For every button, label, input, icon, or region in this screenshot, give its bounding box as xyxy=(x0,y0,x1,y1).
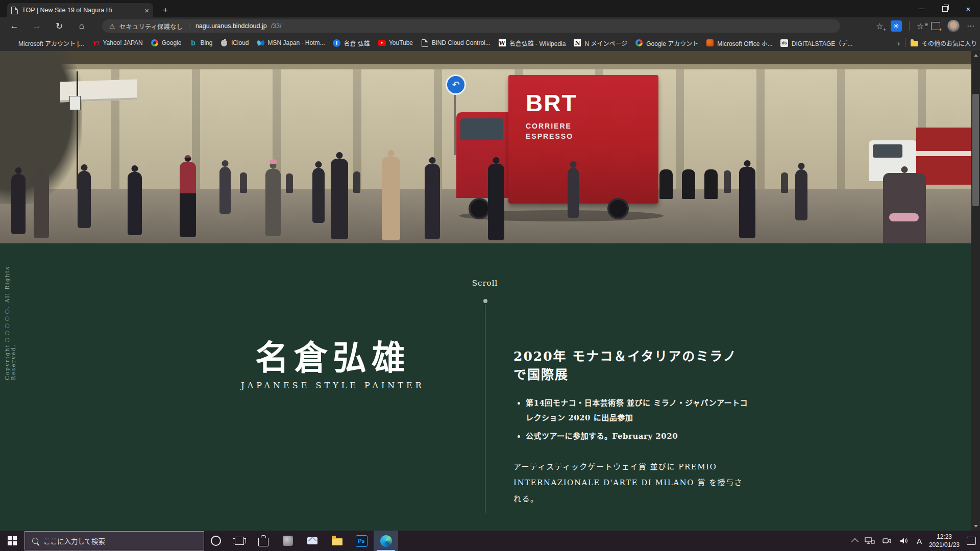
minimize-button[interactable] xyxy=(910,0,933,17)
bookmark-msn-japan[interactable]: MSN Japan - Hotm... xyxy=(257,39,325,47)
forward-button[interactable]: → xyxy=(30,19,44,33)
bollard xyxy=(704,169,718,199)
person-figure xyxy=(488,164,504,240)
start-button[interactable] xyxy=(0,531,24,551)
bookmark-google-account[interactable]: Google アカウント xyxy=(635,39,698,47)
tray-expand-icon[interactable] xyxy=(851,538,859,545)
person-figure xyxy=(568,168,579,218)
ime-indicator[interactable]: A xyxy=(917,537,922,545)
profile-avatar[interactable] xyxy=(947,20,960,32)
bookmark-google[interactable]: Google xyxy=(151,39,182,47)
bookmark-microsoft-office[interactable]: Microsoft Office ホ... xyxy=(706,39,772,47)
sign-pole xyxy=(454,94,456,155)
van-windshield xyxy=(873,144,902,158)
taskbar-app-generic[interactable] xyxy=(276,531,300,551)
bookmark-bind-cloud[interactable]: BiND Cloud Control... xyxy=(421,39,491,47)
bollard xyxy=(659,169,673,199)
bookmark-label: MSN Japan - Hotm... xyxy=(268,39,325,46)
restore-button[interactable] xyxy=(933,0,957,17)
meet-now-icon[interactable] xyxy=(882,537,892,545)
wikipedia-icon: W xyxy=(499,39,506,46)
network-icon[interactable] xyxy=(865,537,875,545)
bookmark-yahoo-japan[interactable]: Y!Yahoo! JAPAN xyxy=(91,39,142,47)
cortana-button[interactable] xyxy=(204,531,228,551)
scrollbar-up-icon[interactable] xyxy=(971,51,980,60)
volume-icon[interactable] xyxy=(899,537,910,545)
facebook-icon: f xyxy=(333,39,340,47)
file-explorer-icon xyxy=(332,538,342,545)
collections-icon[interactable] xyxy=(931,22,940,30)
tab-close-icon[interactable]: × xyxy=(144,7,149,14)
building-frieze xyxy=(0,51,971,64)
page-scrollbar[interactable] xyxy=(971,51,980,531)
address-bar[interactable]: ⚠ セキュリティ保護なし nagu.uranus.bindcloud.jp/33… xyxy=(102,19,840,33)
photoshop-icon: Ps xyxy=(356,535,368,547)
bookmark-icloud[interactable]: iCloud xyxy=(220,39,249,47)
home-button[interactable]: ⌂ xyxy=(75,19,89,33)
hero-photo: BRT CORRIERE ESPRESSO ↶ xyxy=(0,51,971,243)
new-tab-button[interactable]: + xyxy=(159,4,172,16)
site-logo-title: 名倉弘雄 xyxy=(205,341,460,374)
person-figure xyxy=(353,171,360,193)
person-figure xyxy=(425,164,440,239)
add-favorite-icon[interactable]: ☆ xyxy=(876,21,883,31)
browser-tab[interactable]: TOP | New Site 19 of Nagura Hi × xyxy=(7,3,153,17)
refresh-button[interactable]: ↻ xyxy=(52,19,66,33)
article-bullet-list: 第14回モナコ・日本芸術祭 並びに ミラノ・ジャパンアートコレクション 2020… xyxy=(513,396,748,444)
extension-icon[interactable]: ✳ xyxy=(891,20,902,32)
person-figure xyxy=(312,168,325,223)
action-center-icon[interactable] xyxy=(967,537,976,545)
bookmark-label: 名倉 弘雄 xyxy=(344,39,370,47)
taskbar-app-photoshop[interactable]: Ps xyxy=(349,531,374,551)
truck-logo-text: BRT xyxy=(526,89,577,117)
favorites-bar-icon[interactable]: ☆ xyxy=(917,21,924,31)
scrollbar-down-icon[interactable] xyxy=(971,522,980,531)
taskbar-app-edge[interactable] xyxy=(374,531,398,551)
toolbar-divider xyxy=(909,21,910,31)
truck-text-line3: ESPRESSO xyxy=(526,132,573,140)
bookmarks-divider xyxy=(905,38,905,47)
pink-beret xyxy=(270,159,277,164)
person-figure-red-shirt xyxy=(180,162,196,237)
taskbar-app-mail[interactable] xyxy=(300,531,325,551)
bookmark-wikipedia-nagura[interactable]: W名倉弘雄 - Wikipedia xyxy=(498,39,566,47)
bookmark-n-mainpage[interactable]: NN メインページ xyxy=(573,39,627,47)
street-sign xyxy=(69,96,81,110)
security-warning-text: セキュリティ保護なし xyxy=(119,21,183,31)
article: 2020年 モナコ＆イタリアのミラノで国際展 第14回モナコ・日本芸術祭 並びに… xyxy=(513,346,748,507)
bookmark-label: Google xyxy=(162,39,182,46)
security-warning-icon: ⚠ xyxy=(109,22,115,30)
scrollbar-thumb[interactable] xyxy=(972,94,979,206)
task-view-button[interactable] xyxy=(228,531,251,551)
bookmark-microsoft-account[interactable]: Microsoft アカウント |... xyxy=(7,39,84,47)
edge-icon xyxy=(380,535,392,547)
lamp-pole xyxy=(77,71,78,189)
back-button[interactable]: ← xyxy=(7,19,21,33)
person-figure-beret xyxy=(265,169,281,236)
browser-window: TOP | New Site 19 of Nagura Hi × + × ← →… xyxy=(0,0,980,531)
person-figure xyxy=(11,174,26,234)
taskbar-app-store[interactable] xyxy=(251,531,276,551)
tab-favicon-icon xyxy=(11,7,18,14)
taskbar-search-input[interactable]: ここに入力して検索 xyxy=(24,531,204,550)
pink-scarf xyxy=(889,213,919,221)
bookmarks-overflow-icon[interactable]: › xyxy=(897,39,900,47)
bookmark-facebook-nagura[interactable]: f名倉 弘雄 xyxy=(333,39,370,47)
bookmark-bing[interactable]: bBing xyxy=(189,39,212,47)
person-figure xyxy=(219,167,231,214)
site-logo: 名倉弘雄 JAPANESE STYLE PAINTER xyxy=(205,341,460,390)
close-button[interactable]: × xyxy=(957,0,980,17)
settings-menu-icon[interactable]: ⋯ xyxy=(967,21,975,31)
person-figure-photographer xyxy=(739,167,755,238)
bookmark-digitalstage[interactable]: dsDIGITALSTAGE（デ... xyxy=(780,39,853,47)
bookmark-label: N メインページ xyxy=(584,39,627,47)
bookmark-label: iCloud xyxy=(231,39,249,46)
windows-taskbar: ここに入力して検索 Ps A 12:23 2021/01/23 xyxy=(0,531,980,551)
taskbar-app-explorer[interactable] xyxy=(325,531,349,551)
article-paragraph: アーティスティックゲートウェイ賞 並びに PREMIO INTERNAZIONA… xyxy=(513,459,748,508)
other-favorites-button[interactable]: その他のお気に入り xyxy=(911,39,977,47)
bookmark-youtube[interactable]: YouTube xyxy=(378,39,413,47)
vertical-divider-line xyxy=(485,305,485,513)
digitalstage-icon: ds xyxy=(780,39,788,47)
taskbar-clock[interactable]: 12:23 2021/01/23 xyxy=(929,533,960,549)
